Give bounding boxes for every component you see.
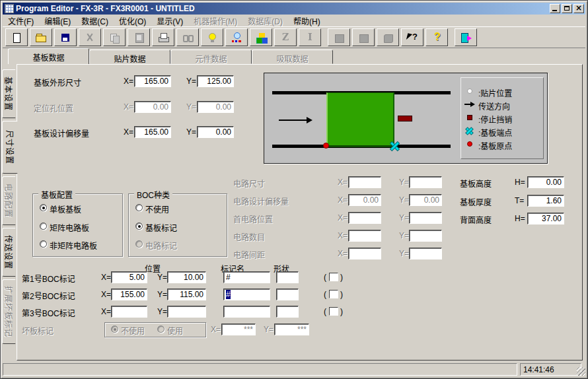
radio-not-used-label: 不使用	[145, 203, 169, 215]
menu-item-edit[interactable]: 编辑(E)	[39, 14, 76, 28]
menu-item-help[interactable]: 帮助(H)	[288, 14, 326, 28]
board-thickness-value: 1.60	[528, 195, 564, 205]
locating-hole-position-x-value: 0.00	[135, 102, 170, 112]
radio-non-matrix-circuit-board[interactable]	[40, 240, 47, 248]
paren-open-label: (	[324, 307, 326, 316]
toolbar-cut-button	[79, 28, 101, 46]
boc-mark-1-y-field[interactable]: 10.00	[167, 271, 206, 283]
arrow-shaft	[279, 120, 307, 121]
side-tab-label: 传送设置	[3, 235, 15, 269]
side-tab-extended-bad-board-mark: 扩展坏板标记	[2, 279, 16, 344]
locating-hole-position-label: 定位孔位置	[34, 102, 73, 114]
minimize-icon	[552, 10, 557, 11]
x-equals-label: X=	[211, 325, 221, 334]
boc-mark-2-y-field[interactable]: 115.00	[167, 289, 206, 300]
menu-item-view[interactable]: 显示(V)	[151, 14, 188, 28]
toolbar-check-lamp-button[interactable]	[201, 28, 223, 46]
radio-matrix-circuit-board[interactable]	[40, 223, 47, 230]
locating-hole-position-x-field: 0.00	[134, 101, 171, 113]
menu-item-optimize[interactable]: 优化(O)	[114, 14, 151, 28]
resize-grip[interactable]	[577, 367, 585, 376]
circuit-size-label: 电路尺寸	[233, 178, 265, 189]
bad-board-option-panel	[104, 322, 206, 337]
boc-mark-3-mark-name-field[interactable]	[223, 306, 270, 318]
boc-mark-2-shape-field[interactable]	[276, 289, 299, 300]
toolbar-print-button[interactable]	[152, 28, 174, 46]
boc-mark-2-x-value: 155.00	[112, 289, 147, 299]
boc-mark-3-shape-value	[277, 306, 298, 308]
radio-board-mark-label: 基板标记	[145, 222, 177, 233]
maximize-button[interactable]	[562, 4, 572, 13]
boc-mark-1-mark-name-field[interactable]: #	[223, 271, 270, 283]
menu-item-machine-operation: 机器操作(M)	[188, 14, 242, 28]
boc-mark-1-shape-value	[277, 272, 298, 273]
side-tab-label: 电路配置	[3, 184, 15, 218]
stop-pin-marker	[398, 116, 412, 121]
toolbar-open-file-button[interactable]	[30, 28, 52, 46]
board-design-offset-y-field[interactable]: 0.00	[197, 126, 234, 138]
toolbar-optimize-route-button[interactable]	[225, 28, 248, 46]
boc-mark-1-shape-field[interactable]	[276, 271, 299, 283]
back-height-field[interactable]: 37.00	[527, 213, 564, 224]
toolbar-help-button[interactable]	[425, 28, 448, 46]
circuit-count-y-value	[410, 230, 441, 232]
circuit-design-offset-y-value: 0.00	[410, 195, 441, 205]
close-button[interactable]: ×	[573, 4, 584, 13]
toolbar-exit-button[interactable]	[455, 28, 477, 46]
bad-board-x-value: ***	[222, 324, 255, 334]
boc-mark-2-mark-name-field[interactable]: #	[223, 289, 270, 300]
boc-mark-3-shape-field[interactable]	[276, 306, 299, 318]
board-outline-size-y-field[interactable]: 125.00	[197, 75, 234, 87]
circuit-pitch-x-value	[349, 248, 381, 250]
y-equals-label: Y=	[399, 178, 409, 187]
toolbar-new-file-button[interactable]	[5, 28, 28, 46]
boc-mark-1-x-field[interactable]: 5.00	[111, 271, 147, 283]
radio-board-mark[interactable]	[135, 223, 143, 230]
radio-single-board[interactable]	[40, 204, 47, 211]
toolbar-components-button[interactable]	[250, 28, 272, 46]
toolbar-z-tool-button	[274, 28, 297, 46]
board-design-offset-x-field[interactable]: 165.00	[134, 126, 171, 138]
side-tab-transfer-settings[interactable]: 传送设置	[2, 228, 16, 277]
side-tab-basic-settings[interactable]: 基本设置	[2, 69, 16, 118]
boc-mark-1-x-value: 5.00	[112, 272, 147, 282]
board-height-field[interactable]: 0.00	[527, 176, 564, 188]
circuit-pitch-x-field	[348, 248, 381, 259]
board-design-offset-label: 基板设计偏移量	[34, 127, 89, 139]
boc-mark-1-label: 第1号BOC标记	[22, 273, 75, 284]
tab-row: 基板数据贴片数据元件数据吸取数据	[3, 48, 585, 64]
board-thickness-field[interactable]: 1.60	[527, 195, 564, 207]
clock: 14:41:46	[523, 365, 554, 374]
board-design-offset-x-value: 165.00	[135, 127, 170, 137]
side-tab-size-settings[interactable]: 尺寸设置	[2, 121, 18, 174]
boc-mark-2-x-field[interactable]: 155.00	[111, 289, 147, 300]
machine-tool-3-icon	[382, 32, 394, 43]
back-height-prefix-label: H=	[515, 214, 525, 223]
open-file-icon	[35, 32, 47, 43]
menu-item-data[interactable]: 数据(C)	[76, 14, 114, 28]
boc-mark-3-y-field[interactable]	[167, 306, 206, 318]
radio-non-matrix-circuit-board-label: 非矩阵电路板	[50, 240, 97, 251]
board-outline-size-x-field[interactable]: 165.00	[134, 75, 171, 87]
paren-close-label: )	[340, 273, 343, 282]
toolbar-save-file-button[interactable]	[54, 28, 77, 46]
toolbar-context-help-button[interactable]	[401, 28, 423, 46]
y-equals-label: Y=	[399, 249, 409, 258]
bad-board-mark-label: 坏板标记	[22, 325, 54, 336]
first-circuit-position-x-value	[349, 213, 381, 214]
radio-not-used[interactable]	[135, 204, 143, 211]
status-bar: 14:41:46	[3, 361, 585, 376]
boc-mark-3-x-field[interactable]	[111, 306, 147, 318]
boc-mark-1-color-swatch[interactable]	[329, 273, 338, 281]
boc-mark-2-mark-name-value: #	[224, 289, 270, 299]
legend-label: 传送方向	[478, 100, 510, 112]
circuit-size-x-field	[348, 176, 381, 188]
tab-board-data[interactable]: 基板数据	[8, 48, 89, 64]
minimize-button[interactable]	[550, 4, 560, 13]
boc-mark-2-y-value: 115.00	[168, 289, 205, 299]
boc-mark-3-color-swatch[interactable]	[329, 307, 338, 316]
tab-chip-data[interactable]: 贴片数据	[89, 50, 170, 64]
board-endpoint-marker	[390, 141, 400, 151]
menu-item-file[interactable]: 文件(F)	[3, 14, 39, 28]
boc-mark-2-color-swatch[interactable]	[329, 290, 338, 298]
